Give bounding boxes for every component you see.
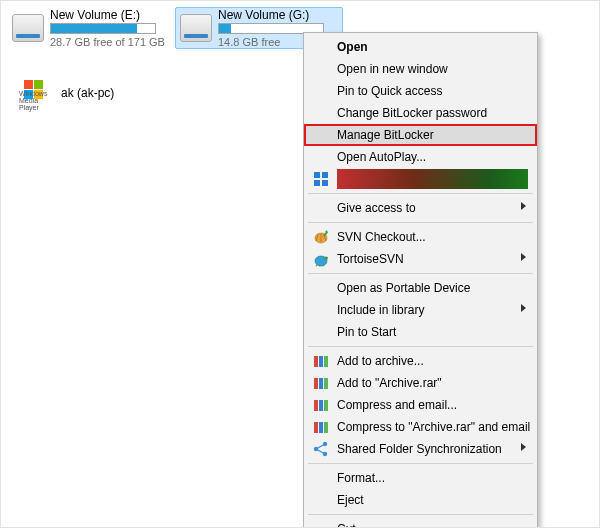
- svg-rect-16: [324, 422, 328, 433]
- menu-open-portable[interactable]: Open as Portable Device: [307, 277, 534, 299]
- svg-rect-6: [319, 356, 323, 367]
- redacted-bar: [337, 169, 528, 189]
- separator: [308, 463, 533, 464]
- menu-include-library[interactable]: Include in library: [307, 299, 534, 321]
- winrar-icon: [313, 419, 329, 435]
- menu-open-autoplay[interactable]: Open AutoPlay...: [307, 146, 534, 168]
- drive-e-bar: [50, 23, 156, 34]
- menu-compress-email[interactable]: Compress and email...: [307, 394, 534, 416]
- svg-rect-11: [314, 400, 318, 411]
- svg-rect-14: [314, 422, 318, 433]
- context-menu: Open Open in new window Pin to Quick acc…: [303, 32, 538, 528]
- winrar-icon: [313, 353, 329, 369]
- separator: [308, 514, 533, 515]
- menu-svn-checkout[interactable]: SVN Checkout...: [307, 226, 534, 248]
- svg-rect-10: [324, 378, 328, 389]
- drive-e-free: 28.7 GB free of 171 GB: [50, 35, 165, 49]
- menu-pin-start[interactable]: Pin to Start: [307, 321, 534, 343]
- menu-pin-quick-access[interactable]: Pin to Quick access: [307, 80, 534, 102]
- svg-rect-7: [324, 356, 328, 367]
- separator: [308, 273, 533, 274]
- drive-g-name: New Volume (G:): [218, 8, 324, 22]
- svn-icon: [313, 229, 329, 245]
- svg-rect-2: [314, 180, 320, 186]
- svg-point-4: [324, 256, 328, 259]
- chevron-right-icon: [521, 443, 526, 451]
- menu-manage-bitlocker[interactable]: Manage BitLocker: [307, 124, 534, 146]
- svg-point-20: [323, 442, 327, 446]
- svg-point-21: [323, 452, 327, 456]
- chevron-right-icon: [521, 253, 526, 261]
- separator: [308, 346, 533, 347]
- svg-point-19: [314, 447, 318, 451]
- menu-cut[interactable]: Cut: [307, 518, 534, 528]
- menu-shared-folder-sync[interactable]: Shared Folder Synchronization: [307, 438, 534, 460]
- windows-media-player-icon: Windows Media Player: [21, 77, 53, 109]
- network-item-label: ak (ak-pc): [61, 86, 114, 100]
- menu-change-bitlocker-password[interactable]: Change BitLocker password: [307, 102, 534, 124]
- chevron-right-icon: [521, 202, 526, 210]
- svg-rect-9: [319, 378, 323, 389]
- svg-rect-1: [322, 172, 328, 178]
- menu-open[interactable]: Open: [307, 36, 534, 58]
- winrar-icon: [313, 397, 329, 413]
- svg-rect-3: [322, 180, 328, 186]
- menu-give-access-to[interactable]: Give access to: [307, 197, 534, 219]
- drive-e[interactable]: New Volume (E:) 28.7 GB free of 171 GB: [7, 7, 175, 49]
- svg-rect-12: [319, 400, 323, 411]
- drive-e-name: New Volume (E:): [50, 8, 165, 22]
- svg-rect-0: [314, 172, 320, 178]
- menu-add-to-archive-rar[interactable]: Add to "Archive.rar": [307, 372, 534, 394]
- svg-rect-15: [319, 422, 323, 433]
- menu-format[interactable]: Format...: [307, 467, 534, 489]
- separator: [308, 193, 533, 194]
- menu-tortoisesvn[interactable]: TortoiseSVN: [307, 248, 534, 270]
- winrar-icon: [313, 375, 329, 391]
- sync-icon: [313, 441, 329, 457]
- drive-icon: [180, 14, 212, 42]
- menu-compress-rar-email[interactable]: Compress to "Archive.rar" and email: [307, 416, 534, 438]
- svg-rect-8: [314, 378, 318, 389]
- svg-rect-5: [314, 356, 318, 367]
- separator: [308, 222, 533, 223]
- svg-rect-13: [324, 400, 328, 411]
- drive-icon: [12, 14, 44, 42]
- app-icon: [313, 171, 329, 187]
- menu-eject[interactable]: Eject: [307, 489, 534, 511]
- menu-add-to-archive[interactable]: Add to archive...: [307, 350, 534, 372]
- chevron-right-icon: [521, 304, 526, 312]
- menu-redacted[interactable]: [307, 168, 534, 190]
- tortoise-icon: [313, 251, 329, 267]
- menu-open-new-window[interactable]: Open in new window: [307, 58, 534, 80]
